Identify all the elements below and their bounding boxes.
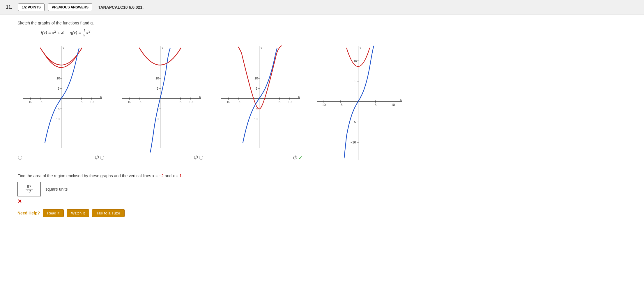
svg-text:−10: −10 (225, 100, 230, 104)
svg-text:y: y (162, 46, 163, 49)
svg-text:−10: −10 (320, 103, 326, 106)
help-row: Need Help? Read It Watch It Talk to a Tu… (17, 209, 632, 217)
graph-1-radio-right[interactable] (100, 156, 104, 160)
svg-text:y: y (360, 46, 361, 49)
page-container: 11. 1/2 POINTS PREVIOUS ANSWERS TANAPCAL… (0, 0, 644, 284)
formula-g: g(x) = 13x3 (70, 30, 91, 35)
question-body: Sketch the graphs of the functions f and… (0, 15, 644, 223)
svg-text:10: 10 (353, 59, 357, 63)
svg-text:10: 10 (288, 100, 291, 104)
svg-text:−10: −10 (126, 100, 131, 104)
svg-text:−5: −5 (138, 100, 141, 104)
graph-2-info-icon[interactable]: ⓘ (194, 155, 197, 160)
svg-text:x: x (199, 95, 201, 98)
svg-text:5: 5 (180, 100, 181, 104)
graph-3-info-icon[interactable]: ⓘ (293, 155, 297, 160)
graphs-row: y x 10 5 −5 −10 −5 −10 (17, 43, 632, 167)
svg-text:5: 5 (375, 103, 376, 106)
x-val2: 1 (179, 173, 182, 178)
question-id: TANAPCALC10 6.6.021. (98, 5, 144, 10)
svg-text:x: x (298, 95, 300, 98)
formula-line: f(x) = x2 + 4, g(x) = 13x3 (17, 29, 632, 38)
svg-text:−5: −5 (39, 100, 43, 104)
svg-text:−10: −10 (252, 117, 258, 121)
graph-4: y x 10 5 −5 −10 −10 −5 (314, 43, 405, 167)
graph-3-check: ✓ (298, 155, 302, 161)
answer-fraction: 87 12 (26, 184, 33, 194)
need-help-label: Need Help? (17, 211, 40, 215)
area-section: Find the area of the region enclosed by … (17, 173, 632, 205)
graph-4-svg: y x 10 5 −5 −10 −10 −5 (314, 43, 405, 166)
svg-text:10: 10 (254, 77, 258, 80)
svg-text:5: 5 (279, 100, 280, 104)
graph-2-radio-row: ⓘ (116, 155, 204, 160)
question-number: 11. (6, 5, 15, 10)
svg-text:−10: −10 (27, 100, 32, 104)
graph-1-radio[interactable] (18, 156, 22, 160)
svg-text:−5: −5 (56, 107, 60, 111)
watch-it-button[interactable]: Watch It (67, 209, 89, 217)
wrong-mark-row: ✕ (17, 198, 632, 205)
answer-denominator: 12 (26, 189, 33, 194)
answer-numerator: 87 (26, 184, 33, 189)
svg-text:−10: −10 (351, 141, 356, 144)
svg-text:y: y (63, 46, 64, 49)
units-label: square units (45, 187, 68, 191)
svg-text:10: 10 (56, 77, 60, 80)
svg-text:5: 5 (157, 87, 158, 90)
svg-text:10: 10 (391, 103, 395, 106)
svg-text:x: x (100, 95, 102, 98)
graph-1-info-icon[interactable]: ⓘ (95, 155, 98, 160)
points-button[interactable]: 1/2 POINTS (18, 3, 45, 11)
graph-2-radio[interactable] (199, 156, 203, 160)
svg-text:−5: −5 (237, 100, 240, 104)
svg-text:5: 5 (81, 100, 82, 104)
formula-f: f(x) = x2 + 4, (41, 30, 68, 35)
prev-answers-button[interactable]: PREVIOUS ANSWERS (48, 3, 92, 11)
svg-text:10: 10 (189, 100, 192, 104)
svg-text:−5: −5 (352, 120, 356, 124)
graph-3-svg: y x 10 5 −5 −10 −5 −10 5 (215, 43, 303, 154)
x-val1: −2 (159, 173, 164, 178)
svg-text:10: 10 (155, 77, 159, 80)
talk-tutor-button[interactable]: Talk to a Tutor (92, 209, 125, 217)
svg-text:x: x (400, 98, 402, 101)
graph-3: y x 10 5 −5 −10 −5 −10 5 (215, 43, 303, 161)
question-header: 11. 1/2 POINTS PREVIOUS ANSWERS TANAPCAL… (0, 0, 644, 15)
svg-text:10: 10 (90, 100, 93, 104)
graph-2-svg: y x 10 5 −5 −10 −5 −10 5 (116, 43, 204, 154)
answer-box[interactable]: 87 12 (17, 182, 41, 196)
graph-1-svg: y x 10 5 −5 −10 −5 −10 (17, 43, 105, 154)
graph-3-radio-row: ⓘ ✓ (215, 155, 303, 161)
question-instruction: Sketch the graphs of the functions f and… (17, 21, 632, 25)
svg-text:−10: −10 (54, 117, 60, 121)
area-instruction: Find the area of the region enclosed by … (17, 173, 632, 179)
svg-text:5: 5 (58, 87, 59, 90)
graph-1-radio-row: ⓘ (17, 155, 105, 160)
wrong-icon: ✕ (17, 198, 22, 204)
svg-text:y: y (261, 46, 262, 49)
svg-text:−5: −5 (339, 103, 343, 106)
answer-row: 87 12 square units (17, 182, 632, 196)
graph-2: y x 10 5 −5 −10 −5 −10 5 (116, 43, 204, 160)
svg-text:5: 5 (355, 79, 356, 83)
svg-text:5: 5 (256, 87, 257, 90)
graph-1: y x 10 5 −5 −10 −5 −10 (17, 43, 105, 160)
read-it-button[interactable]: Read It (43, 209, 64, 217)
